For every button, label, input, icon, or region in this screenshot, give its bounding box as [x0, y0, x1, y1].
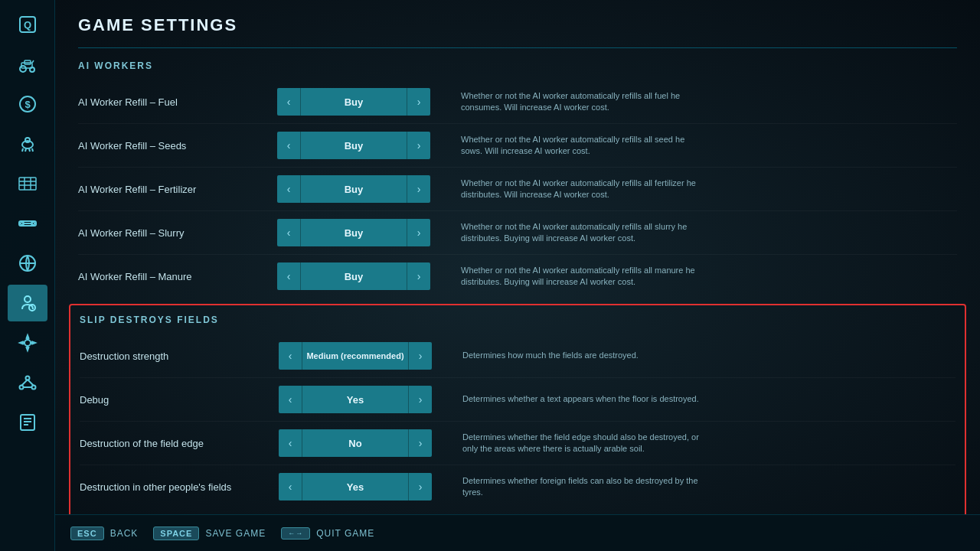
sidebar-item-book[interactable]: [8, 404, 47, 441]
back-button[interactable]: ESC BACK: [70, 527, 138, 540]
sidebar: Q $: [0, 0, 55, 551]
svg-line-6: [32, 60, 34, 63]
title-divider: [78, 47, 957, 48]
control-group-refill-manure: ‹ Buy ›: [277, 262, 430, 290]
control-group-debug: ‹ Yes ›: [279, 386, 432, 413]
ctrl-left-destruction-others[interactable]: ‹: [279, 473, 302, 500]
sidebar-item-map[interactable]: [8, 245, 47, 282]
setting-row-debug: Debug ‹ Yes › Determines whether a text …: [80, 378, 956, 422]
ctrl-right-refill-seeds[interactable]: ›: [407, 132, 430, 159]
ctrl-value-destruction-strength: Medium (recommended): [302, 342, 409, 370]
sidebar-item-q[interactable]: Q: [8, 6, 47, 43]
quit-label: QUIT GAME: [316, 528, 374, 539]
sidebar-item-tractor[interactable]: [8, 46, 47, 83]
control-group-destruction-others: ‹ Yes ›: [279, 473, 432, 500]
ctrl-right-destruction-edge[interactable]: ›: [409, 429, 432, 457]
control-group-destruction-strength: ‹ Medium (recommended) ›: [279, 342, 432, 370]
svg-point-33: [25, 377, 29, 380]
ctrl-value-refill-manure: Buy: [300, 262, 407, 290]
sidebar-item-animals[interactable]: [8, 126, 47, 162]
sidebar-item-network[interactable]: [8, 364, 47, 401]
space-key-badge: SPACE: [153, 527, 199, 540]
quit-button[interactable]: ←→ QUIT GAME: [281, 527, 374, 540]
ctrl-value-refill-fertilizer: Buy: [300, 175, 407, 203]
setting-name-destruction-others: Destruction in other people's fields: [80, 481, 279, 493]
svg-line-14: [32, 148, 33, 152]
ctrl-right-refill-slurry[interactable]: ›: [407, 219, 430, 246]
back-label: BACK: [110, 528, 139, 539]
ctrl-value-refill-seeds: Buy: [300, 132, 407, 159]
section-ai-workers: AI WORKERS AI Worker Refill – Fuel ‹ Buy…: [78, 60, 957, 298]
control-group-destruction-edge: ‹ No ›: [279, 429, 432, 457]
svg-line-36: [21, 380, 28, 386]
setting-desc-destruction-edge: Determines whether the field edge should…: [432, 432, 707, 455]
setting-desc-destruction-strength: Determines how much the fields are destr…: [432, 350, 707, 361]
svg-rect-15: [19, 178, 36, 190]
control-group-refill-seeds: ‹ Buy ›: [277, 132, 430, 159]
ctrl-left-refill-manure[interactable]: ‹: [277, 262, 300, 290]
control-group-refill-fertilizer: ‹ Buy ›: [277, 175, 430, 203]
bottom-bar: ESC BACK SPACE SAVE GAME ←→ QUIT GAME: [55, 514, 980, 551]
setting-name-refill-fertilizer: AI Worker Refill – Fertilizer: [78, 184, 277, 195]
svg-point-32: [24, 340, 31, 346]
ctrl-left-debug[interactable]: ‹: [279, 386, 302, 413]
quit-key-badge: ←→: [281, 527, 310, 540]
page-title: GAME SETTINGS: [78, 15, 957, 35]
ctrl-value-refill-fuel: Buy: [300, 88, 407, 116]
save-button[interactable]: SPACE SAVE GAME: [153, 527, 266, 540]
setting-name-refill-slurry: AI Worker Refill – Slurry: [78, 227, 277, 239]
ctrl-left-destruction-edge[interactable]: ‹: [279, 429, 302, 457]
section-title-slip-destroys: SLIP DESTROYS FIELDS: [80, 315, 956, 325]
setting-name-refill-manure: AI Worker Refill – Manure: [78, 271, 277, 282]
svg-text:Q: Q: [23, 19, 31, 31]
svg-point-35: [31, 386, 35, 390]
ctrl-left-refill-fertilizer[interactable]: ‹: [277, 175, 300, 203]
svg-point-34: [19, 386, 23, 390]
setting-desc-refill-slurry: Whether or not the AI worker automatical…: [430, 221, 706, 245]
ctrl-right-refill-fertilizer[interactable]: ›: [407, 175, 430, 203]
setting-row-refill-slurry: AI Worker Refill – Slurry ‹ Buy › Whethe…: [78, 211, 957, 255]
setting-row-refill-fertilizer: AI Worker Refill – Fertilizer ‹ Buy › Wh…: [78, 168, 957, 211]
sidebar-item-worker-settings[interactable]: [8, 285, 47, 321]
ctrl-value-debug: Yes: [302, 386, 409, 413]
ctrl-left-destruction-strength[interactable]: ‹: [279, 342, 302, 370]
ctrl-value-destruction-edge: No: [302, 429, 409, 457]
setting-row-destruction-strength: Destruction strength ‹ Medium (recommend…: [80, 334, 956, 378]
save-label: SAVE GAME: [205, 528, 266, 539]
setting-desc-refill-fuel: Whether or not the AI worker automatical…: [430, 90, 706, 114]
sidebar-item-fields[interactable]: [8, 165, 47, 202]
ctrl-right-refill-manure[interactable]: ›: [407, 262, 430, 290]
setting-row-refill-fuel: AI Worker Refill – Fuel ‹ Buy › Whether …: [78, 80, 957, 124]
sidebar-item-money[interactable]: $: [8, 86, 47, 122]
svg-line-13: [29, 148, 30, 152]
control-group-refill-slurry: ‹ Buy ›: [277, 219, 430, 246]
ctrl-left-refill-slurry[interactable]: ‹: [277, 219, 300, 246]
setting-desc-refill-manure: Whether or not the AI worker automatical…: [430, 265, 706, 289]
section-slip-destroys: SLIP DESTROYS FIELDS Destruction strengt…: [69, 304, 966, 514]
svg-point-26: [24, 296, 31, 302]
ctrl-right-refill-fuel[interactable]: ›: [407, 88, 430, 116]
setting-desc-refill-fertilizer: Whether or not the AI worker automatical…: [430, 178, 706, 201]
ctrl-right-destruction-others[interactable]: ›: [409, 473, 432, 500]
setting-row-refill-manure: AI Worker Refill – Manure ‹ Buy › Whethe…: [78, 255, 957, 298]
ctrl-value-refill-slurry: Buy: [300, 219, 407, 246]
ctrl-right-destruction-strength[interactable]: ›: [409, 342, 432, 370]
svg-point-2: [20, 66, 26, 72]
ctrl-value-destruction-others: Yes: [302, 473, 409, 500]
setting-name-refill-fuel: AI Worker Refill – Fuel: [78, 96, 277, 108]
setting-row-destruction-edge: Destruction of the field edge ‹ No › Det…: [80, 422, 956, 465]
main-content: GAME SETTINGS AI WORKERS AI Worker Refil…: [55, 0, 980, 514]
setting-row-destruction-others: Destruction in other people's fields ‹ Y…: [80, 465, 956, 508]
sidebar-item-conveyor[interactable]: [8, 205, 47, 242]
setting-desc-debug: Determines whether a text appears when t…: [432, 393, 707, 405]
esc-key-badge: ESC: [70, 527, 104, 540]
svg-line-37: [28, 380, 34, 386]
sidebar-item-gear[interactable]: [8, 324, 47, 361]
control-group-refill-fuel: ‹ Buy ›: [277, 88, 430, 116]
svg-line-11: [22, 148, 23, 152]
setting-row-refill-seeds: AI Worker Refill – Seeds ‹ Buy › Whether…: [78, 124, 957, 168]
ctrl-right-debug[interactable]: ›: [409, 386, 432, 413]
setting-name-destruction-strength: Destruction strength: [80, 350, 279, 362]
ctrl-left-refill-fuel[interactable]: ‹: [277, 88, 300, 116]
ctrl-left-refill-seeds[interactable]: ‹: [277, 132, 300, 159]
